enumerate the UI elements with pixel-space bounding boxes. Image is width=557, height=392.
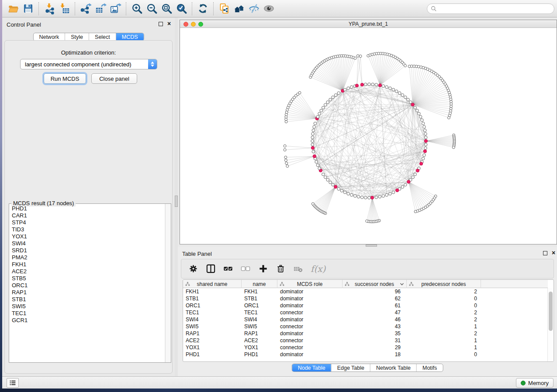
table-options-button[interactable]: [188, 264, 198, 274]
split-panel-button[interactable]: [206, 264, 216, 274]
cell-MCDS-role[interactable]: connector: [277, 337, 343, 344]
cell-shared-name[interactable]: PHD1: [183, 351, 242, 358]
cell-successor-nodes[interactable]: 18: [343, 351, 407, 358]
cell-name[interactable]: YOX1: [242, 344, 277, 351]
table-row-ACE2[interactable]: ACE2ACE2connector311: [183, 337, 548, 344]
table-row-SWI4[interactable]: SWI4SWI4dominator462: [183, 316, 548, 323]
cell-MCDS-role[interactable]: connector: [277, 309, 343, 316]
cell-successor-nodes[interactable]: 47: [343, 309, 407, 316]
tab-network[interactable]: Network: [33, 33, 65, 41]
table-tab-edge-table[interactable]: Edge Table: [331, 364, 370, 371]
hide-selected-button[interactable]: [246, 1, 261, 16]
cell-MCDS-role[interactable]: dominator: [277, 316, 343, 323]
export-table-button[interactable]: [93, 1, 108, 16]
memory-button[interactable]: Memory: [516, 378, 554, 388]
search-field[interactable]: [427, 3, 554, 14]
cell-name[interactable]: SWI5: [242, 323, 277, 330]
cell-MCDS-role[interactable]: dominator: [277, 288, 343, 295]
export-image-button[interactable]: [108, 1, 123, 16]
column-header-MCDS-role[interactable]: MCDS role: [277, 280, 343, 288]
cell-MCDS-role[interactable]: dominator: [277, 302, 343, 309]
cell-shared-name[interactable]: STB1: [183, 295, 242, 302]
cell-predecessor-nodes[interactable]: 0: [407, 295, 481, 302]
cell-predecessor-nodes[interactable]: 2: [407, 309, 481, 316]
mcds-result-item[interactable]: STP4: [12, 219, 165, 226]
copy-network-button[interactable]: [217, 1, 232, 16]
cell-name[interactable]: RAP1: [242, 330, 277, 337]
mcds-result-item[interactable]: TEC1: [12, 310, 165, 317]
cell-successor-nodes[interactable]: 61: [343, 302, 407, 309]
mcds-result-item[interactable]: ORC1: [12, 282, 165, 289]
add-row-button[interactable]: [258, 264, 268, 274]
run-mcds-button[interactable]: Run MCDS: [44, 73, 86, 84]
column-header-predecessor-nodes[interactable]: predecessor nodes: [407, 280, 481, 288]
cell-successor-nodes[interactable]: 35: [343, 330, 407, 337]
splitter-handle[interactable]: [175, 196, 178, 207]
mcds-result-item[interactable]: STB1: [12, 296, 165, 303]
table-row-YOX1[interactable]: YOX1YOX1connector291: [183, 344, 548, 351]
cell-MCDS-role[interactable]: dominator: [277, 295, 343, 302]
tab-select[interactable]: Select: [89, 33, 116, 41]
close-panel-icon[interactable]: ×: [167, 20, 171, 27]
mcds-result-item[interactable]: TID3: [12, 226, 165, 233]
vertical-splitter[interactable]: [175, 17, 178, 376]
table-row-PHD1[interactable]: PHD1PHD1dominator180: [183, 351, 548, 358]
table-row-FKH1[interactable]: FKH1FKH1dominator962: [183, 288, 548, 295]
zoom-fit-button[interactable]: [159, 1, 174, 16]
cell-predecessor-nodes[interactable]: 0: [407, 302, 481, 309]
table-row-SWI5[interactable]: SWI5SWI5connector431: [183, 323, 548, 330]
import-table-button[interactable]: [57, 1, 72, 16]
cell-shared-name[interactable]: YOX1: [183, 344, 242, 351]
network-canvas[interactable]: [180, 28, 557, 244]
cell-successor-nodes[interactable]: 96: [343, 288, 407, 295]
mcds-result-item[interactable]: SRD1: [12, 247, 165, 254]
close-panel-button[interactable]: Close panel: [91, 73, 137, 84]
close-panel-icon[interactable]: ×: [552, 249, 555, 256]
cell-MCDS-role[interactable]: dominator: [277, 330, 343, 337]
zoom-in-button[interactable]: [129, 1, 144, 16]
cell-name[interactable]: SWI4: [242, 316, 277, 323]
mcds-result-list[interactable]: PHD1CAR1STP4TID3YOX1SWI4SRD1PMA2FKH1ACE2…: [9, 204, 165, 362]
mcds-result-item[interactable]: SWI4: [12, 240, 165, 247]
cell-successor-nodes[interactable]: 29: [343, 344, 407, 351]
cell-name[interactable]: STB1: [242, 295, 277, 302]
table-row-RAP1[interactable]: RAP1RAP1dominator352: [183, 330, 548, 337]
cell-predecessor-nodes[interactable]: 0: [407, 351, 481, 358]
open-file-button[interactable]: [6, 1, 21, 16]
cell-name[interactable]: ACE2: [242, 337, 277, 344]
cell-shared-name[interactable]: ACE2: [183, 337, 242, 344]
table-row-TEC1[interactable]: TEC1TEC1connector472: [183, 309, 548, 316]
select-all-button[interactable]: [223, 264, 233, 274]
table-tab-motifs[interactable]: Motifs: [416, 364, 443, 371]
cell-name[interactable]: TEC1: [242, 309, 277, 316]
import-network-button[interactable]: [42, 1, 57, 16]
cell-predecessor-nodes[interactable]: 2: [407, 316, 481, 323]
cell-MCDS-role[interactable]: dominator: [277, 351, 343, 358]
cell-predecessor-nodes[interactable]: 2: [407, 330, 481, 337]
mcds-result-item[interactable]: SWI5: [12, 303, 165, 310]
mcds-list-scrollbar[interactable]: [165, 204, 171, 362]
float-panel-icon[interactable]: [543, 251, 547, 255]
cell-name[interactable]: PHD1: [242, 351, 277, 358]
cell-MCDS-role[interactable]: connector: [277, 323, 343, 330]
cell-successor-nodes[interactable]: 62: [343, 295, 407, 302]
cell-predecessor-nodes[interactable]: 1: [407, 344, 481, 351]
cell-successor-nodes[interactable]: 46: [343, 316, 407, 323]
criterion-dropdown[interactable]: largest connected component (undirected): [20, 59, 157, 69]
table-row-ORC1[interactable]: ORC1ORC1dominator610: [183, 302, 548, 309]
mcds-result-item[interactable]: GCR1: [12, 317, 165, 324]
search-input[interactable]: [437, 4, 554, 13]
zoom-out-button[interactable]: [144, 1, 159, 16]
mcds-result-item[interactable]: CAR1: [12, 212, 165, 219]
mcds-result-item[interactable]: YOX1: [12, 233, 165, 240]
delete-rows-button[interactable]: [276, 264, 286, 274]
function-builder-button[interactable]: f(x): [311, 264, 325, 274]
show-all-button[interactable]: [261, 1, 276, 16]
cell-shared-name[interactable]: TEC1: [183, 309, 242, 316]
table-tab-node-table[interactable]: Node Table: [292, 364, 331, 371]
float-panel-icon[interactable]: [159, 22, 163, 26]
delete-table-button[interactable]: [293, 264, 303, 274]
table-scrollbar[interactable]: [547, 288, 554, 361]
cell-shared-name[interactable]: SWI4: [183, 316, 242, 323]
cell-shared-name[interactable]: ORC1: [183, 302, 242, 309]
